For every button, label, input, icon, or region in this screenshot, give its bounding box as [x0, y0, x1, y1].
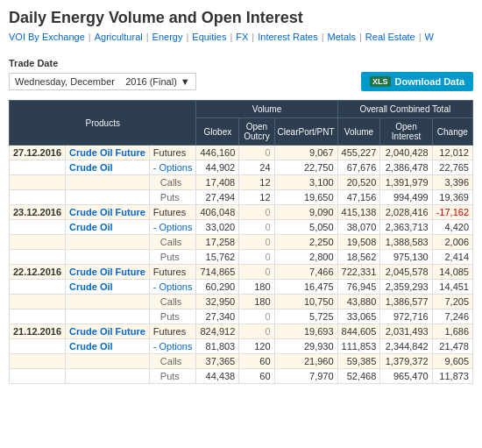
- nav-sep: |: [186, 32, 188, 42]
- volume-cell: 415,138: [337, 205, 380, 220]
- product-cell: [66, 235, 150, 250]
- clearport-cell: 19,693: [274, 324, 337, 339]
- nav-item-fx[interactable]: FX: [236, 32, 248, 42]
- table-row: Crude Oil- Options44,9022422,75067,6762,…: [10, 160, 473, 175]
- change-cell: 3,396: [432, 175, 472, 190]
- nav-item-agricultural[interactable]: Agricultural: [95, 32, 143, 42]
- nav-item-real-estate[interactable]: Real Estate: [365, 32, 415, 42]
- date-select[interactable]: Wednesday, December 2016 (Final) ▼: [9, 73, 196, 90]
- date-value: Wednesday, December 2016 (Final): [15, 76, 177, 87]
- nav-item-equities[interactable]: Equities: [192, 32, 226, 42]
- open-outcry-cell: 0: [239, 309, 274, 324]
- product-cell: [66, 175, 150, 190]
- open-outcry-cell: 0: [239, 324, 274, 339]
- table-row: Puts15,76202,80018,562975,1302,414: [10, 250, 473, 265]
- open-interest-cell: 2,028,416: [380, 205, 432, 220]
- product-cell: [66, 190, 150, 205]
- nav-item-w[interactable]: W: [425, 32, 434, 42]
- change-cell: 21,478: [432, 339, 472, 354]
- date-cell: [10, 280, 66, 295]
- download-button[interactable]: XLS Download Data: [361, 72, 473, 91]
- clearport-cell: 9,067: [274, 146, 337, 160]
- clearport-cell: 9,090: [274, 205, 337, 220]
- open-interest-cell: 972,716: [380, 309, 432, 324]
- change-cell: 22,765: [432, 160, 472, 175]
- globex-cell: 44,438: [196, 369, 239, 384]
- clearport-cell: 7,970: [274, 369, 337, 384]
- product-cell: [66, 369, 150, 384]
- change-cell: 14,085: [432, 265, 472, 280]
- open-outcry-cell: 60: [239, 369, 274, 384]
- volume-cell: 59,385: [337, 354, 380, 369]
- product-cell: Crude Oil Future: [66, 265, 150, 280]
- nav-sep: |: [146, 32, 149, 42]
- date-cell: 22.12.2016: [10, 265, 66, 280]
- data-table-wrap: Products Volume Overall Combined Total G…: [0, 96, 482, 388]
- nav-item-voi[interactable]: VOI By Exchange: [9, 32, 85, 42]
- change-cell: 7,246: [432, 309, 472, 324]
- globex-cell: 60,290: [196, 280, 239, 295]
- open-interest-header: Open Interest: [380, 118, 432, 146]
- page-header: Daily Energy Volume and Open Interest VO…: [0, 0, 482, 53]
- trade-date-row: Wednesday, December 2016 (Final) ▼ XLS D…: [9, 72, 473, 91]
- clearport-cell: 2,250: [274, 235, 337, 250]
- date-cell: [10, 295, 66, 309]
- open-outcry-cell: 120: [239, 339, 274, 354]
- table-row: 27.12.2016Crude Oil FutureFutures446,160…: [10, 146, 473, 160]
- clearport-cell: 22,750: [274, 160, 337, 175]
- date-cell: [10, 175, 66, 190]
- xls-badge: XLS: [370, 76, 391, 87]
- open-interest-cell: 1,379,372: [380, 354, 432, 369]
- change-cell: 11,873: [432, 369, 472, 384]
- clearport-cell: 3,100: [274, 175, 337, 190]
- nav-item-metals[interactable]: Metals: [328, 32, 356, 42]
- open-interest-cell: 2,359,293: [380, 280, 432, 295]
- clearport-cell: 5,725: [274, 309, 337, 324]
- open-outcry-cell: 0: [239, 265, 274, 280]
- nav-item-interest-rates[interactable]: Interest Rates: [258, 32, 317, 42]
- change-cell: 12,012: [432, 146, 472, 160]
- globex-cell: 37,365: [196, 354, 239, 369]
- open-outcry-cell: 60: [239, 354, 274, 369]
- type-cell: Calls: [149, 354, 196, 369]
- globex-cell: 714,865: [196, 265, 239, 280]
- download-label: Download Data: [395, 76, 464, 87]
- type-cell: Futures: [149, 324, 196, 339]
- trade-date-label: Trade Date: [9, 58, 473, 68]
- type-cell: - Options: [149, 280, 196, 295]
- type-cell: Calls: [149, 295, 196, 309]
- open-outcry-cell: 0: [239, 235, 274, 250]
- clearport-cell: 7,466: [274, 265, 337, 280]
- open-outcry-cell: 180: [239, 295, 274, 309]
- type-cell: Calls: [149, 175, 196, 190]
- clearport-cell: 10,750: [274, 295, 337, 309]
- data-table: Products Volume Overall Combined Total G…: [9, 100, 473, 384]
- volume-sub-header: Volume: [337, 118, 380, 146]
- product-cell: Crude Oil Future: [66, 205, 150, 220]
- product-cell: Crude Oil: [66, 339, 150, 354]
- open-outcry-cell: 12: [239, 175, 274, 190]
- type-cell: Puts: [149, 369, 196, 384]
- change-cell: -17,162: [432, 205, 472, 220]
- open-outcry-cell: 0: [239, 146, 274, 160]
- open-interest-cell: 1,386,577: [380, 295, 432, 309]
- nav-sep: |: [89, 32, 91, 42]
- volume-cell: 722,331: [337, 265, 380, 280]
- change-cell: 19,369: [432, 190, 472, 205]
- open-interest-cell: 2,344,842: [380, 339, 432, 354]
- globex-cell: 406,048: [196, 205, 239, 220]
- nav-item-energy[interactable]: Energy: [152, 32, 183, 42]
- date-cell: 23.12.2016: [10, 205, 66, 220]
- date-cell: [10, 339, 66, 354]
- date-cell: [10, 235, 66, 250]
- volume-cell: 38,070: [337, 220, 380, 235]
- clearport-cell: 29,930: [274, 339, 337, 354]
- date-cell: [10, 250, 66, 265]
- globex-cell: 15,762: [196, 250, 239, 265]
- table-row: Puts44,438607,97052,468965,47011,873: [10, 369, 473, 384]
- type-cell: Futures: [149, 205, 196, 220]
- globex-cell: 17,258: [196, 235, 239, 250]
- overall-header: Overall Combined Total: [337, 101, 472, 118]
- globex-cell: 824,912: [196, 324, 239, 339]
- globex-cell: 32,950: [196, 295, 239, 309]
